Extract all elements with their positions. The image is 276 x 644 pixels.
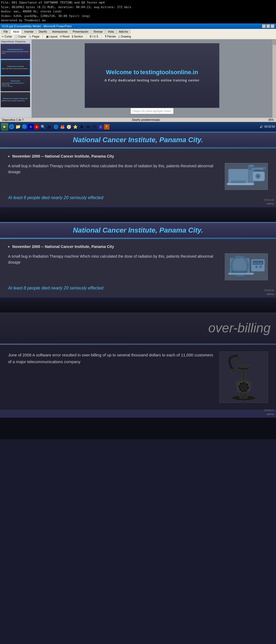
cancer-content-row-2: A small bug in Radiation Therapy machine… (8, 253, 268, 280)
radiation-machine-svg-1: TomoTherapy (226, 163, 267, 189)
slide-subtitle: A Fully dedicated testing tools online t… (105, 79, 200, 82)
bottom-bar-1 (0, 206, 276, 207)
svg-point-33 (241, 365, 242, 366)
tab-file[interactable]: File (1, 29, 10, 34)
telephone-image (219, 352, 268, 403)
tab-vista[interactable]: Vista (105, 29, 116, 34)
taskbar-icon-ie2[interactable]: 🔵 (22, 124, 27, 130)
ribbon-drawing: ◻ Drawing (118, 35, 131, 38)
overbilling-title: over-billing (5, 321, 271, 335)
tab-diseno[interactable]: Diseño (36, 29, 49, 34)
taskbar-icon-compass[interactable]: 🧭 (66, 124, 72, 130)
bottom-bar-2 (0, 296, 276, 298)
taskbar-icon-asterisk[interactable]: ❋ (79, 124, 85, 130)
thumb2-body: Major bugs which created serious problem… (2, 68, 29, 69)
file-info-line2: Size: 8610962 bytes (8.21 MiB), duration… (1, 5, 275, 10)
design-dropdown[interactable]: Diseño predeterminado (132, 118, 160, 121)
taskbar-speaker[interactable]: 🔊 (260, 125, 263, 128)
tab-presentacion[interactable]: Presentación (70, 29, 91, 34)
radiation-machine-image-2: TomoTherapy (225, 253, 268, 280)
bottom-fill (0, 418, 276, 439)
taskbar-icon-folder[interactable]: 📁 (15, 124, 21, 130)
tab-inicio[interactable]: Inicio (11, 29, 22, 34)
ribbon-tool-copy[interactable]: 📋 Copiar (14, 35, 26, 38)
tab-addins[interactable]: Add-ins (116, 29, 130, 34)
taskbar-icon-s[interactable]: S (28, 124, 33, 130)
title-bar: 1518.ppt [Compatibility Mode] - Microsof… (0, 23, 276, 29)
svg-rect-11 (228, 273, 254, 275)
overbilling-header: over-billing (0, 312, 276, 344)
taskbar-icon-search[interactable]: 🔍 (40, 124, 46, 130)
taskbar-icon-c[interactable]: C (98, 124, 104, 130)
thumb1-title: testingtoolsonline.in (2, 49, 29, 50)
ribbon-tool-paste[interactable]: 📎 Pegar (28, 35, 39, 38)
ribbon-layout[interactable]: ▦ Layout (46, 35, 57, 38)
telephone-svg (220, 352, 267, 402)
overbilling-body-text: June of 2006 A software error resulted i… (8, 352, 214, 403)
svg-point-21 (243, 382, 244, 383)
svg-text:TomoTherapy: TomoTherapy (252, 262, 262, 264)
powerpoint-window: 1518.ppt [Compatibility Mode] - Microsof… (0, 23, 276, 132)
slide-thumb-3[interactable]: Ariane point China mobile Ariane crashed… (1, 76, 30, 91)
slides-tab[interactable]: Diapositivas (1, 40, 14, 43)
file-info-line1: File: 001 Importance of SOFTWARE TESTING… (1, 1, 275, 5)
ribbon-tabs: File Inicio Insertar Diseño Animaciones … (1, 29, 275, 34)
vertical-scrollbar[interactable] (272, 39, 276, 118)
cancer-highlight-2: At least 8 people died nearly 20 serious… (8, 286, 268, 291)
welcome-text: Welcome to testingtoolsonline.in (106, 69, 198, 76)
cancer-content-row-1: A small bug in Radiation Therapy machine… (8, 163, 268, 190)
taskbar-icon-shield[interactable]: 🛡 (92, 124, 98, 130)
svg-point-34 (243, 364, 244, 365)
taskbar-icon-star[interactable]: ⭐ (72, 124, 78, 130)
taskbar-icon-circle[interactable]: ● (34, 124, 39, 130)
tab-animaciones[interactable]: Animaciones (50, 29, 70, 34)
taskbar-icon-pp[interactable]: P (104, 124, 109, 130)
svg-point-35 (245, 365, 246, 366)
taskbar-icon-mail[interactable]: ✉ (85, 124, 91, 130)
radiation-machine-svg-2: TomoTherapy (226, 254, 267, 280)
taskbar-clock: 00:02:50 (264, 125, 275, 128)
ribbon-separator2 (86, 35, 87, 38)
tab-revisar[interactable]: Revisar (91, 29, 105, 34)
zoom-level: 85% (268, 118, 274, 121)
pp-main-area: Diapositivas Esquema testingtoolsonline.… (0, 39, 276, 118)
cancer-body-text-1: A small bug in Radiation Therapy machine… (8, 163, 219, 175)
minimize-button[interactable]: _ (262, 24, 266, 28)
taskbar-icon-apps[interactable]: ⊞ (46, 124, 52, 130)
slide-thumb-1[interactable]: testingtoolsonline.in A Fully dedicated … (1, 44, 30, 59)
outline-tab[interactable]: Esquema (15, 40, 26, 43)
slide-thumb-4[interactable]: National Cancer Institute, Panama City. … (1, 92, 30, 107)
thumb3-highlight: Couldnot 356 lives (2, 86, 29, 87)
udemy-badge-2: udemy (267, 293, 274, 295)
ribbon-tool-cut[interactable]: ✂ Cortar (2, 35, 12, 38)
slide-thumb-2[interactable]: Importance of testing Major bugs which c… (1, 60, 30, 76)
slide-separator-2 (0, 298, 276, 312)
file-info-line3: Audio: aac, 48000 Hz, stereo (und) (1, 9, 275, 14)
taskbar-icon-ie[interactable]: 🌐 (9, 124, 15, 130)
time-badge-3: 00:03:27 (264, 409, 274, 412)
close-button[interactable]: × (271, 24, 274, 28)
site-name: testingtoolsonline.in (140, 69, 198, 76)
file-info-line5: Generated by Thumbnail me (1, 18, 275, 23)
ribbon-separator3 (101, 35, 102, 38)
file-info-bar: File: 001 Importance of SOFTWARE TESTING… (0, 0, 276, 23)
svg-point-27 (238, 386, 240, 387)
cancer-slide-header-2: National Cancer Institute, Panama City. (0, 222, 276, 238)
cancer-highlight-1: At least 8 people died nearly 20 serious… (8, 195, 268, 200)
ribbon-font-controls: B I U S (90, 35, 98, 38)
notes-area[interactable]: Haga clic para agregar notas (131, 108, 173, 114)
taskbar-icon-ff[interactable]: 🦊 (59, 124, 65, 130)
svg-point-6 (257, 175, 259, 177)
udemy-badge-1: udemy (267, 202, 274, 205)
ribbon-section[interactable]: § Section (72, 35, 83, 38)
cancer-slide-content-1: • November 2000 -- National Cancer Insti… (0, 149, 276, 206)
welcome-prefix: Welcome to (106, 69, 139, 76)
slide-thumbnails-panel: Diapositivas Esquema testingtoolsonline.… (0, 39, 32, 118)
main-slide: Welcome to testingtoolsonline.in A Fully… (85, 43, 219, 108)
ribbon-reset[interactable]: ↺ Reset (60, 35, 70, 38)
start-button[interactable]: ▶ (1, 123, 8, 131)
taskbar-icon-chrome[interactable]: 🌐 (53, 124, 59, 130)
maximize-button[interactable]: □ (266, 24, 270, 28)
tab-insertar[interactable]: Insertar (22, 29, 36, 34)
svg-rect-4 (231, 180, 246, 183)
